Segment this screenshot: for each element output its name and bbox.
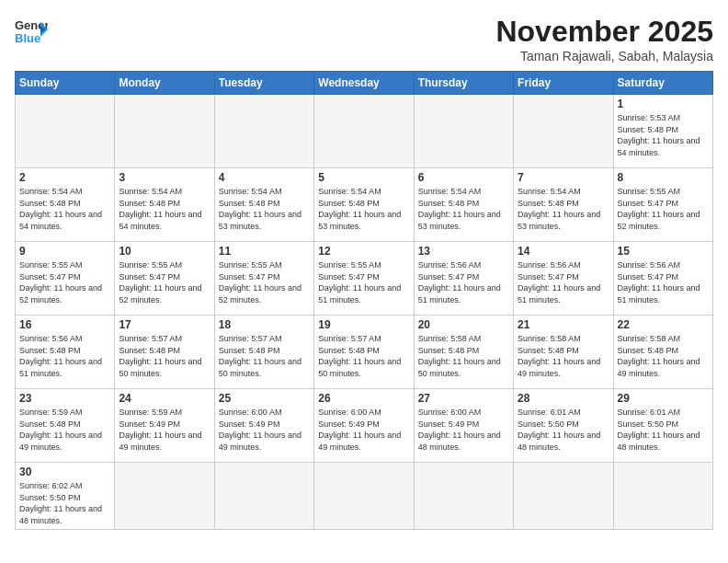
day-number: 18 [219,318,310,331]
calendar-cell: 19Sunrise: 5:57 AM Sunset: 5:48 PM Dayli… [314,316,414,389]
day-info: Sunrise: 6:00 AM Sunset: 5:49 PM Dayligh… [418,407,509,453]
logo: General Blue [15,15,48,48]
calendar-cell [613,463,712,530]
day-info: Sunrise: 5:53 AM Sunset: 5:48 PM Dayligh… [618,112,709,158]
weekday-header-saturday: Saturday [613,72,712,95]
day-info: Sunrise: 5:55 AM Sunset: 5:47 PM Dayligh… [119,259,210,305]
weekday-header-thursday: Thursday [414,72,513,95]
calendar-cell: 11Sunrise: 5:55 AM Sunset: 5:47 PM Dayli… [214,242,313,316]
calendar-cell [115,95,214,168]
calendar-cell [214,95,313,168]
weekday-header-monday: Monday [115,72,214,95]
day-number: 7 [518,171,609,184]
calendar-cell: 24Sunrise: 5:59 AM Sunset: 5:49 PM Dayli… [115,389,214,463]
calendar-cell: 12Sunrise: 5:55 AM Sunset: 5:47 PM Dayli… [314,242,414,316]
day-number: 21 [518,318,609,331]
day-number: 15 [618,245,709,258]
calendar-cell: 8Sunrise: 5:55 AM Sunset: 5:47 PM Daylig… [613,168,712,242]
logo-icon: General Blue [15,15,48,48]
day-info: Sunrise: 5:58 AM Sunset: 5:48 PM Dayligh… [618,333,709,379]
weekday-header-row: SundayMondayTuesdayWednesdayThursdayFrid… [16,72,713,95]
day-number: 20 [418,318,509,331]
day-info: Sunrise: 5:58 AM Sunset: 5:48 PM Dayligh… [518,333,609,379]
svg-text:Blue: Blue [15,31,40,45]
calendar-cell: 20Sunrise: 5:58 AM Sunset: 5:48 PM Dayli… [414,316,513,389]
calendar-week-row: 16Sunrise: 5:56 AM Sunset: 5:48 PM Dayli… [16,316,713,389]
day-info: Sunrise: 5:57 AM Sunset: 5:48 PM Dayligh… [119,333,210,379]
day-info: Sunrise: 6:01 AM Sunset: 5:50 PM Dayligh… [518,407,609,453]
calendar-cell [314,95,414,168]
calendar-cell: 5Sunrise: 5:54 AM Sunset: 5:48 PM Daylig… [314,168,414,242]
day-number: 30 [19,465,110,478]
calendar-cell [514,463,613,530]
day-info: Sunrise: 5:55 AM Sunset: 5:47 PM Dayligh… [318,259,409,305]
calendar-week-row: 30Sunrise: 6:02 AM Sunset: 5:50 PM Dayli… [16,463,713,530]
day-info: Sunrise: 5:55 AM Sunset: 5:47 PM Dayligh… [219,259,310,305]
calendar-cell [514,95,613,168]
day-number: 19 [318,318,409,331]
calendar-week-row: 9Sunrise: 5:55 AM Sunset: 5:47 PM Daylig… [16,242,713,316]
calendar-week-row: 23Sunrise: 5:59 AM Sunset: 5:48 PM Dayli… [16,389,713,463]
day-info: Sunrise: 5:56 AM Sunset: 5:47 PM Dayligh… [618,259,709,305]
day-number: 14 [518,245,609,258]
calendar-cell: 21Sunrise: 5:58 AM Sunset: 5:48 PM Dayli… [514,316,613,389]
location: Taman Rajawali, Sabah, Malaysia [495,49,713,63]
calendar-cell: 15Sunrise: 5:56 AM Sunset: 5:47 PM Dayli… [613,242,712,316]
weekday-header-wednesday: Wednesday [314,72,414,95]
day-info: Sunrise: 5:54 AM Sunset: 5:48 PM Dayligh… [19,186,110,232]
day-number: 12 [318,245,409,258]
calendar-cell: 3Sunrise: 5:54 AM Sunset: 5:48 PM Daylig… [115,168,214,242]
day-info: Sunrise: 5:56 AM Sunset: 5:48 PM Dayligh… [19,333,110,379]
calendar-week-row: 2Sunrise: 5:54 AM Sunset: 5:48 PM Daylig… [16,168,713,242]
day-info: Sunrise: 5:57 AM Sunset: 5:48 PM Dayligh… [318,333,409,379]
calendar-cell [314,463,414,530]
day-number: 22 [618,318,709,331]
calendar-cell: 29Sunrise: 6:01 AM Sunset: 5:50 PM Dayli… [613,389,712,463]
day-info: Sunrise: 6:02 AM Sunset: 5:50 PM Dayligh… [19,480,110,526]
day-info: Sunrise: 5:59 AM Sunset: 5:49 PM Dayligh… [119,407,210,453]
day-number: 29 [618,392,709,405]
calendar-cell: 16Sunrise: 5:56 AM Sunset: 5:48 PM Dayli… [16,316,115,389]
calendar-table: SundayMondayTuesdayWednesdayThursdayFrid… [15,71,713,530]
day-number: 8 [618,171,709,184]
weekday-header-friday: Friday [514,72,613,95]
calendar-cell: 30Sunrise: 6:02 AM Sunset: 5:50 PM Dayli… [16,463,115,530]
calendar-cell [16,95,115,168]
calendar-cell: 18Sunrise: 5:57 AM Sunset: 5:48 PM Dayli… [214,316,313,389]
day-info: Sunrise: 5:55 AM Sunset: 5:47 PM Dayligh… [618,186,709,232]
day-number: 11 [219,245,310,258]
day-info: Sunrise: 5:57 AM Sunset: 5:48 PM Dayligh… [219,333,310,379]
day-info: Sunrise: 5:58 AM Sunset: 5:48 PM Dayligh… [418,333,509,379]
weekday-header-tuesday: Tuesday [214,72,313,95]
calendar-cell: 9Sunrise: 5:55 AM Sunset: 5:47 PM Daylig… [16,242,115,316]
calendar-cell: 6Sunrise: 5:54 AM Sunset: 5:48 PM Daylig… [414,168,513,242]
day-number: 3 [119,171,210,184]
day-number: 1 [618,98,709,110]
calendar-week-row: 1Sunrise: 5:53 AM Sunset: 5:48 PM Daylig… [16,95,713,168]
day-info: Sunrise: 5:59 AM Sunset: 5:48 PM Dayligh… [19,407,110,453]
calendar-cell: 25Sunrise: 6:00 AM Sunset: 5:49 PM Dayli… [214,389,313,463]
calendar-cell: 4Sunrise: 5:54 AM Sunset: 5:48 PM Daylig… [214,168,313,242]
calendar-cell [414,95,513,168]
page-header: General Blue November 2025 Taman Rajawal… [15,15,713,63]
weekday-header-sunday: Sunday [16,72,115,95]
calendar-cell: 7Sunrise: 5:54 AM Sunset: 5:48 PM Daylig… [514,168,613,242]
calendar-cell: 22Sunrise: 5:58 AM Sunset: 5:48 PM Dayli… [613,316,712,389]
calendar-cell: 10Sunrise: 5:55 AM Sunset: 5:47 PM Dayli… [115,242,214,316]
month-title: November 2025 [495,15,713,49]
calendar-cell: 2Sunrise: 5:54 AM Sunset: 5:48 PM Daylig… [16,168,115,242]
day-info: Sunrise: 5:56 AM Sunset: 5:47 PM Dayligh… [418,259,509,305]
day-number: 23 [19,392,110,405]
day-number: 25 [219,392,310,405]
day-info: Sunrise: 6:00 AM Sunset: 5:49 PM Dayligh… [219,407,310,453]
calendar-cell: 13Sunrise: 5:56 AM Sunset: 5:47 PM Dayli… [414,242,513,316]
calendar-cell: 1Sunrise: 5:53 AM Sunset: 5:48 PM Daylig… [613,95,712,168]
day-number: 6 [418,171,509,184]
day-info: Sunrise: 5:54 AM Sunset: 5:48 PM Dayligh… [119,186,210,232]
title-section: November 2025 Taman Rajawali, Sabah, Mal… [495,15,713,63]
calendar-cell [214,463,313,530]
day-number: 9 [19,245,110,258]
day-number: 24 [119,392,210,405]
calendar-cell: 28Sunrise: 6:01 AM Sunset: 5:50 PM Dayli… [514,389,613,463]
day-number: 5 [318,171,409,184]
